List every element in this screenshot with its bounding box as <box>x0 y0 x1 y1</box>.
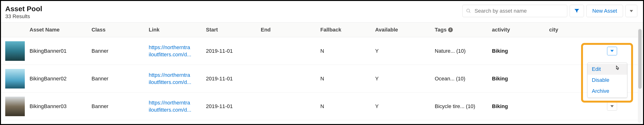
cursor-icon <box>615 65 620 73</box>
asset-name-cell[interactable]: BikingBanner02 <box>30 76 92 82</box>
col-link[interactable]: Link <box>149 27 206 33</box>
link-line2: iloutfitters.com/d... <box>149 107 192 113</box>
link-cell: https://northerntra iloutfitters.com/d..… <box>149 72 206 86</box>
link-cell: https://northerntra iloutfitters.com/d..… <box>149 99 206 113</box>
fallback-cell: N <box>320 48 375 54</box>
link-cell: https://northerntra iloutfitters.com/d..… <box>149 44 206 58</box>
tags-cell: Bicycle tire... (10) <box>435 103 492 110</box>
thumbnail-cell <box>1 69 30 88</box>
start-cell: 2019-11-01 <box>206 48 261 54</box>
filter-icon <box>574 8 580 14</box>
col-tags[interactable]: Tags i <box>435 27 492 33</box>
class-cell: Banner <box>92 103 149 110</box>
asset-name-cell[interactable]: BikingBanner03 <box>30 103 92 110</box>
available-cell: Y <box>375 76 435 82</box>
actions-cell <box>581 102 624 111</box>
row-actions-button[interactable] <box>607 102 617 111</box>
asset-name-cell[interactable]: BikingBanner01 <box>30 48 92 54</box>
col-asset-name[interactable]: Asset Name <box>30 27 92 33</box>
title-block: Asset Pool 33 Results <box>5 5 42 20</box>
search-icon <box>466 8 471 14</box>
vertical-scrollbar[interactable] <box>638 28 642 123</box>
filter-button[interactable] <box>570 5 584 17</box>
class-cell: Banner <box>92 48 149 54</box>
link-line1: https://northerntra <box>149 100 190 106</box>
menu-item-label: Edit <box>592 66 601 72</box>
link-line1: https://northerntra <box>149 44 190 50</box>
menu-item-disable[interactable]: Disable <box>588 75 627 86</box>
col-tags-label: Tags <box>435 27 447 33</box>
thumbnail-cell <box>1 96 30 116</box>
page-title: Asset Pool <box>5 5 42 13</box>
activity-cell: Biking <box>492 76 549 82</box>
header-controls: New Asset <box>462 5 637 17</box>
table-row: BikingBanner01 Banner https://northerntr… <box>1 37 643 65</box>
new-asset-button[interactable]: New Asset <box>586 5 623 17</box>
col-available[interactable]: Available <box>375 27 435 33</box>
tags-cell: Ocean... (10) <box>435 76 492 82</box>
activity-cell: Biking <box>492 103 549 110</box>
row-actions-menu: Edit Disable Archive <box>587 62 627 98</box>
chevron-down-icon <box>610 50 614 52</box>
result-count: 33 Results <box>5 13 42 20</box>
link-line2: iloutfitters.com/d... <box>149 52 192 58</box>
class-cell: Banner <box>92 76 149 82</box>
activity-cell: Biking <box>492 48 549 54</box>
actions-cell <box>581 47 624 55</box>
asset-link[interactable]: https://northerntra iloutfitters.com/d..… <box>149 99 201 113</box>
asset-link[interactable]: https://northerntra iloutfitters.com/d..… <box>149 44 201 58</box>
chevron-down-icon <box>630 10 633 12</box>
col-fallback[interactable]: Fallback <box>320 27 375 33</box>
search-input-wrap[interactable] <box>462 5 567 17</box>
new-asset-dropdown-button[interactable] <box>626 5 637 17</box>
page-header: Asset Pool 33 Results New Asset <box>1 1 643 22</box>
col-class[interactable]: Class <box>92 27 149 33</box>
table-header: Asset Name Class Link Start End Fallback… <box>1 22 643 37</box>
start-cell: 2019-11-01 <box>206 103 261 110</box>
table-row: BikingBanner02 Banner https://northerntr… <box>1 65 643 92</box>
col-activity[interactable]: activity <box>492 27 549 33</box>
col-start[interactable]: Start <box>206 27 261 33</box>
available-cell: Y <box>375 103 435 110</box>
col-city[interactable]: city <box>549 27 581 33</box>
menu-item-archive[interactable]: Archive <box>588 86 627 96</box>
fallback-cell: N <box>320 76 375 82</box>
scrollbar-thumb[interactable] <box>638 29 642 89</box>
available-cell: Y <box>375 48 435 54</box>
row-actions-button[interactable] <box>607 47 617 55</box>
tags-cell: Nature... (10) <box>435 48 492 54</box>
search-input[interactable] <box>471 5 567 17</box>
col-end[interactable]: End <box>261 27 320 33</box>
menu-item-edit[interactable]: Edit <box>588 64 627 75</box>
chevron-down-icon <box>610 105 614 107</box>
svg-point-0 <box>467 9 470 12</box>
thumbnail-image[interactable] <box>5 41 25 61</box>
fallback-cell: N <box>320 103 375 110</box>
thumbnail-image[interactable] <box>5 69 25 88</box>
thumbnail-cell <box>1 41 30 61</box>
svg-line-1 <box>469 12 470 13</box>
start-cell: 2019-11-01 <box>206 76 261 82</box>
link-line1: https://northerntra <box>149 72 190 78</box>
asset-link[interactable]: https://northerntra iloutfitters.com/d..… <box>149 72 201 86</box>
link-line2: iloutfitters.com/d... <box>149 79 192 85</box>
thumbnail-image[interactable] <box>5 96 25 116</box>
table-row: BikingBanner03 Banner https://northerntr… <box>1 92 643 120</box>
info-icon[interactable]: i <box>448 28 453 32</box>
